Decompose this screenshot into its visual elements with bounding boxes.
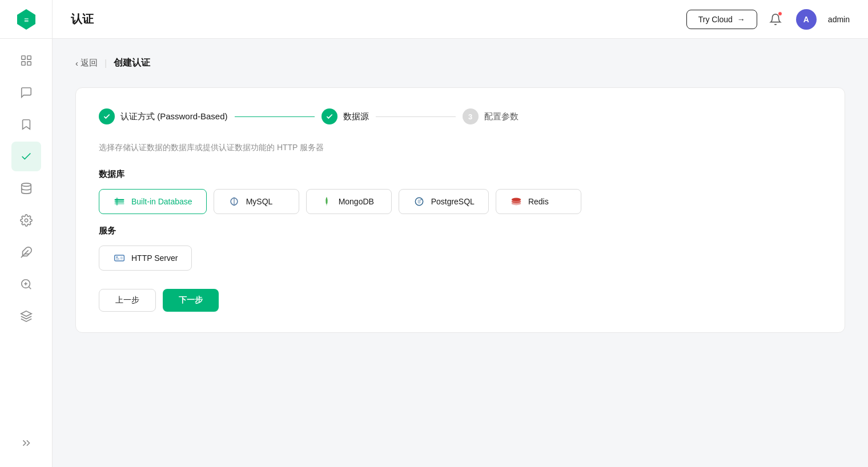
page-title: 认证 bbox=[71, 11, 677, 27]
svg-rect-30 bbox=[120, 257, 123, 260]
svg-rect-26 bbox=[512, 199, 521, 203]
svg-point-6 bbox=[21, 183, 31, 187]
option-built-in-label: Built-in Database bbox=[131, 197, 192, 206]
connector-1-2 bbox=[235, 116, 315, 117]
notification-dot bbox=[778, 11, 782, 16]
sidebar-item-settings[interactable] bbox=[11, 206, 41, 235]
service-section-title: 服务 bbox=[99, 226, 822, 236]
sidebar-item-analytics[interactable] bbox=[11, 269, 41, 299]
step-1: 认证方式 (Password-Based) bbox=[99, 108, 228, 124]
sidebar-logo[interactable]: ≡ bbox=[0, 0, 53, 39]
svg-text:≡: ≡ bbox=[23, 15, 28, 25]
breadcrumb: ‹ 返回 | 创建认证 bbox=[75, 57, 845, 69]
back-chevron: ‹ bbox=[75, 58, 78, 68]
back-button[interactable]: ‹ 返回 bbox=[75, 58, 98, 69]
redis-icon bbox=[510, 195, 523, 208]
sidebar: ≡ bbox=[0, 0, 53, 467]
svg-rect-3 bbox=[27, 56, 30, 59]
option-mysql[interactable]: MySQL bbox=[214, 189, 299, 214]
option-built-in-database[interactable]: Built-in Database bbox=[99, 189, 207, 214]
header-icons: A admin bbox=[766, 9, 850, 30]
option-mongodb-label: MongoDB bbox=[339, 197, 374, 206]
option-redis-label: Redis bbox=[528, 197, 549, 206]
database-section-title: 数据库 bbox=[99, 169, 822, 180]
step-3: 3 配置参数 bbox=[463, 108, 519, 124]
svg-rect-29 bbox=[116, 259, 119, 260]
step-2-label: 数据源 bbox=[343, 111, 369, 122]
postgresql-icon bbox=[413, 195, 425, 208]
option-http-server[interactable]: HTTP Server bbox=[99, 245, 192, 271]
option-http-server-label: HTTP Server bbox=[131, 253, 178, 263]
svg-line-11 bbox=[29, 287, 31, 289]
main-card: 认证方式 (Password-Based) 数据源 3 配置参数 bbox=[75, 87, 845, 333]
step-2: 数据源 bbox=[322, 108, 369, 124]
back-label: 返回 bbox=[81, 58, 98, 69]
sidebar-item-database[interactable] bbox=[11, 174, 41, 203]
svg-rect-28 bbox=[116, 257, 118, 258]
step-1-label: 认证方式 (Password-Based) bbox=[120, 111, 228, 122]
mysql-icon bbox=[228, 195, 240, 208]
header: 认证 Try Cloud → A admin bbox=[53, 0, 868, 39]
step-1-icon bbox=[99, 108, 115, 124]
step-3-label: 配置参数 bbox=[484, 111, 519, 122]
notification-bell[interactable] bbox=[766, 10, 785, 29]
svg-marker-14 bbox=[21, 311, 31, 316]
http-icon bbox=[113, 252, 126, 264]
svg-line-22 bbox=[420, 199, 421, 200]
builtin-icon bbox=[113, 195, 126, 208]
step-2-icon bbox=[322, 108, 337, 124]
try-cloud-label: Try Cloud bbox=[698, 15, 733, 24]
option-postgresql[interactable]: PostgreSQL bbox=[399, 189, 489, 214]
main-area: 认证 Try Cloud → A admin ‹ 返回 | 创建认证 bbox=[53, 0, 868, 467]
option-mysql-label: MySQL bbox=[246, 197, 273, 206]
step-3-icon: 3 bbox=[463, 108, 479, 124]
connector-2-3 bbox=[376, 116, 456, 117]
svg-point-20 bbox=[326, 201, 327, 204]
breadcrumb-divider: | bbox=[105, 58, 107, 69]
sidebar-navigation bbox=[0, 39, 52, 338]
svg-rect-18 bbox=[116, 198, 118, 205]
option-postgresql-label: PostgreSQL bbox=[431, 197, 475, 206]
page-content: ‹ 返回 | 创建认证 认证方式 (Password-Based) bbox=[53, 39, 868, 467]
action-bar: 上一步 下一步 bbox=[99, 289, 822, 312]
prev-button[interactable]: 上一步 bbox=[99, 289, 156, 312]
sidebar-item-layers[interactable] bbox=[11, 301, 41, 331]
svg-rect-2 bbox=[21, 56, 25, 59]
svg-point-7 bbox=[25, 219, 28, 222]
sidebar-item-dashboard[interactable] bbox=[11, 46, 41, 75]
try-cloud-button[interactable]: Try Cloud → bbox=[686, 10, 757, 29]
try-cloud-arrow: → bbox=[737, 15, 745, 24]
sidebar-item-extensions[interactable] bbox=[11, 237, 41, 267]
sidebar-item-expand[interactable] bbox=[11, 428, 41, 458]
steps-indicator: 认证方式 (Password-Based) 数据源 3 配置参数 bbox=[99, 108, 822, 124]
admin-label[interactable]: admin bbox=[828, 15, 850, 24]
sidebar-item-bookmark[interactable] bbox=[11, 110, 41, 139]
svg-rect-4 bbox=[21, 62, 25, 65]
sidebar-item-messages[interactable] bbox=[11, 78, 41, 107]
option-redis[interactable]: Redis bbox=[496, 189, 581, 214]
option-mongodb[interactable]: MongoDB bbox=[306, 189, 392, 214]
avatar[interactable]: A bbox=[796, 9, 817, 30]
svg-rect-5 bbox=[27, 62, 30, 65]
service-options: HTTP Server bbox=[99, 245, 822, 271]
breadcrumb-current: 创建认证 bbox=[114, 57, 150, 69]
sidebar-bottom bbox=[11, 428, 41, 467]
next-button[interactable]: 下一步 bbox=[163, 289, 219, 312]
database-options: Built-in Database MySQL bbox=[99, 189, 822, 214]
sidebar-item-auth[interactable] bbox=[11, 142, 41, 171]
mongodb-icon bbox=[320, 195, 333, 208]
page-subtitle: 选择存储认证数据的数据库或提供认证数据功能的 HTTP 服务器 bbox=[99, 143, 822, 153]
